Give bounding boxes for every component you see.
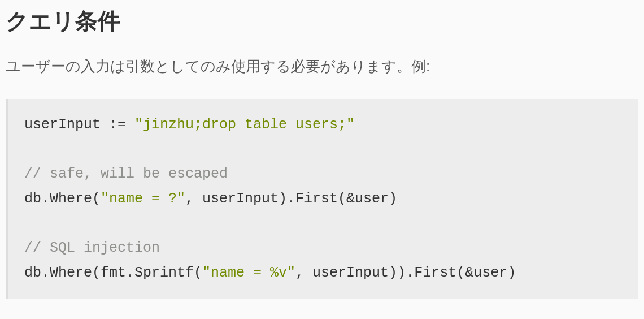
code-text: , userInput).First(&user) (185, 191, 397, 207)
code-text: userInput := (24, 117, 134, 133)
code-text: db.Where( (24, 191, 101, 207)
code-comment: // SQL injection (24, 236, 623, 261)
section-description: ユーザーの入力は引数としてのみ使用する必要があります。例: (6, 55, 638, 79)
code-string: "name = %v" (202, 265, 295, 281)
code-blank-line (24, 212, 623, 236)
code-text: db.Where(fmt.Sprintf( (24, 265, 202, 281)
code-comment: // safe, will be escaped (24, 162, 623, 187)
code-comment-text: // SQL injection (24, 240, 160, 256)
code-blank-line (24, 137, 623, 162)
code-block: userInput := "jinzhu;drop table users;" … (6, 99, 638, 299)
code-text: , userInput)).First(&user) (295, 265, 516, 281)
code-line: db.Where(fmt.Sprintf("name = %v", userIn… (24, 261, 623, 286)
code-comment-text: // safe, will be escaped (24, 166, 228, 182)
code-string: "name = ?" (101, 191, 185, 207)
code-string: "jinzhu;drop table users;" (134, 117, 355, 133)
code-line: db.Where("name = ?", userInput).First(&u… (24, 187, 623, 212)
section-heading: クエリ条件 (6, 6, 638, 37)
code-line: userInput := "jinzhu;drop table users;" (24, 113, 623, 137)
